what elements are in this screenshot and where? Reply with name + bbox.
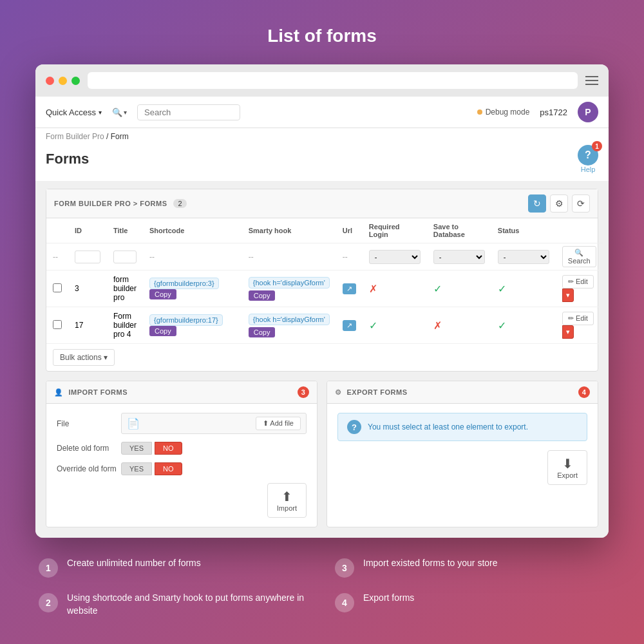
- db-status-2: ✗: [433, 320, 442, 331]
- export-badge: 4: [578, 386, 590, 398]
- url-link-button-1[interactable]: ↗: [343, 283, 356, 294]
- login-status-2: ✓: [369, 320, 377, 331]
- delete-old-toggle: YES NO: [121, 442, 182, 455]
- table-actions: ↻ ⚙ ⟳: [528, 194, 590, 213]
- help-circle-icon: ? 1: [578, 145, 598, 166]
- import-btn-wrap: ⬆ Import: [57, 483, 307, 518]
- filter-id-input[interactable]: [75, 251, 100, 263]
- file-label: File: [57, 419, 121, 428]
- browser-menu-button[interactable]: [585, 76, 598, 85]
- bulk-actions-button[interactable]: Bulk actions ▾: [53, 349, 115, 366]
- hook-pill-1: {hook h='displayGform': [249, 277, 330, 289]
- filter-status-select[interactable]: -: [498, 250, 549, 264]
- export-section: ⚙ EXPORT FORMS 4 ? You must select at le…: [327, 381, 598, 527]
- chevron-down-icon-search: ▾: [124, 109, 127, 116]
- delete-old-yes-button[interactable]: YES: [121, 442, 152, 455]
- col-smarty: Smarty hook: [242, 218, 336, 243]
- row-title-2: Form builder pro 4: [107, 307, 143, 344]
- breadcrumb-parent[interactable]: Form Builder Pro: [46, 132, 104, 141]
- export-section-header: ⚙ EXPORT FORMS 4: [327, 381, 598, 404]
- avatar[interactable]: P: [578, 102, 598, 122]
- chevron-down-icon: ▾: [99, 109, 102, 116]
- app-content: FORM BUILDER PRO > FORMS 2 ↻ ⚙ ⟳ ID Titl…: [35, 181, 609, 538]
- url-link-button-2[interactable]: ↗: [343, 320, 356, 331]
- import-section-header: 👤 IMPORT FORMS 3: [46, 381, 317, 404]
- override-old-row: Override old form YES NO: [57, 462, 307, 475]
- forms-table: ID Title Shortcode Smarty hook Url Requi…: [46, 218, 603, 344]
- feature-number-1: 1: [39, 558, 58, 578]
- edit-dropdown-1[interactable]: ▾: [562, 289, 574, 302]
- breadcrumb-separator: /: [106, 132, 111, 141]
- feature-text-4: Export forms: [363, 592, 414, 605]
- settings-icon[interactable]: ⚙: [550, 194, 568, 213]
- filter-title-input[interactable]: [113, 251, 137, 263]
- filter-login-select[interactable]: -: [369, 250, 421, 264]
- row-checkbox-1[interactable]: [53, 283, 62, 292]
- export-download-icon: ⬇: [562, 456, 573, 471]
- edit-button-2[interactable]: ✏ Edit: [562, 312, 594, 325]
- filter-db-select[interactable]: -: [433, 250, 485, 264]
- import-section: 👤 IMPORT FORMS 3 File 📄 ⬆ Add file: [46, 381, 317, 527]
- browser-dots: [46, 77, 80, 85]
- col-url: Url: [336, 218, 363, 243]
- export-section-body: ? You must select at least one element t…: [327, 404, 598, 494]
- delete-old-label: Delete old form: [57, 444, 121, 453]
- dot-green[interactable]: [71, 77, 80, 85]
- table-section: FORM BUILDER PRO > FORMS 2 ↻ ⚙ ⟳ ID Titl…: [46, 189, 598, 372]
- dot-red[interactable]: [46, 77, 54, 85]
- copy-hook-button-2[interactable]: Copy: [249, 327, 276, 337]
- feature-list: 1 Create unlimited number of forms 3 Imp…: [0, 538, 644, 636]
- add-file-button[interactable]: ⬆ Add file: [256, 417, 301, 430]
- export-btn-wrap: ⬇ Export: [337, 450, 587, 485]
- feature-text-3: Import existed forms to your store: [363, 557, 498, 570]
- row-status-1: ✓: [498, 283, 506, 294]
- quick-access-button[interactable]: Quick Access ▾: [46, 108, 102, 117]
- override-old-yes-button[interactable]: YES: [121, 462, 152, 475]
- sync-icon[interactable]: ⟳: [572, 194, 590, 213]
- edit-dropdown-2[interactable]: ▾: [562, 325, 574, 339]
- delete-old-row: Delete old form YES NO: [57, 442, 307, 455]
- table-row: 3 form builder pro {gformbuilderpro:3} C…: [46, 270, 603, 307]
- hook-pill-2: {hook h='displayGform': [249, 314, 330, 325]
- search-icon-button[interactable]: 🔍 ▾: [112, 108, 127, 117]
- override-old-no-button[interactable]: NO: [155, 462, 182, 475]
- delete-old-no-button[interactable]: NO: [155, 442, 182, 455]
- url-bar[interactable]: [88, 72, 578, 89]
- table-section-header: FORM BUILDER PRO > FORMS 2 ↻ ⚙ ⟳: [46, 189, 598, 218]
- dot-yellow[interactable]: [59, 77, 67, 85]
- copy-shortcode-button-1[interactable]: Copy: [149, 289, 176, 299]
- row-title-1: form builder pro: [107, 270, 143, 307]
- file-row: File 📄 ⬆ Add file: [57, 413, 307, 434]
- file-input-area: 📄 ⬆ Add file: [121, 413, 307, 434]
- copy-shortcode-button-2[interactable]: Copy: [149, 326, 176, 336]
- filter-search-button[interactable]: 🔍 Search: [562, 246, 596, 267]
- feature-item-1: 1 Create unlimited number of forms: [39, 557, 309, 578]
- page-title: List of forms: [267, 26, 377, 46]
- refresh-icon[interactable]: ↻: [528, 194, 546, 213]
- username-label: ps1722: [540, 108, 567, 117]
- export-info-box: ? You must select at least one element t…: [337, 413, 587, 441]
- file-icon: 📄: [127, 417, 140, 430]
- row-checkbox-2[interactable]: [53, 320, 62, 329]
- filter-row: -- -- -- -- - - - 🔍 Search: [46, 243, 603, 270]
- edit-button-1[interactable]: ✏ Edit: [562, 275, 594, 289]
- feature-number-2: 2: [39, 593, 58, 612]
- page-heading: Forms ? 1 Help: [35, 142, 609, 181]
- copy-hook-button-1[interactable]: Copy: [249, 290, 276, 301]
- table-section-title: FORM BUILDER PRO > FORMS: [54, 200, 167, 207]
- table-row: 17 Form builder pro 4 {gformbuilderpro:1…: [46, 307, 603, 344]
- help-button[interactable]: ? 1 Help: [578, 145, 598, 173]
- app-header: Quick Access ▾ 🔍 ▾ Debug mode ps1722 P: [35, 97, 609, 128]
- feature-number-3: 3: [335, 558, 354, 578]
- import-icon: 👤: [54, 388, 64, 397]
- import-button[interactable]: ⬆ Import: [267, 483, 307, 518]
- import-upload-icon: ⬆: [281, 489, 292, 504]
- export-info-text: You must select at least one element to …: [368, 422, 528, 431]
- shortcode-pill-2: {gformbuilderpro:17}: [149, 314, 223, 326]
- export-button[interactable]: ⬇ Export: [547, 450, 587, 485]
- breadcrumb: Form Builder Pro / Form: [35, 128, 609, 142]
- col-title: Title: [107, 218, 143, 243]
- info-icon: ?: [347, 420, 361, 434]
- table-count-badge: 2: [173, 199, 186, 208]
- search-input[interactable]: [137, 104, 240, 120]
